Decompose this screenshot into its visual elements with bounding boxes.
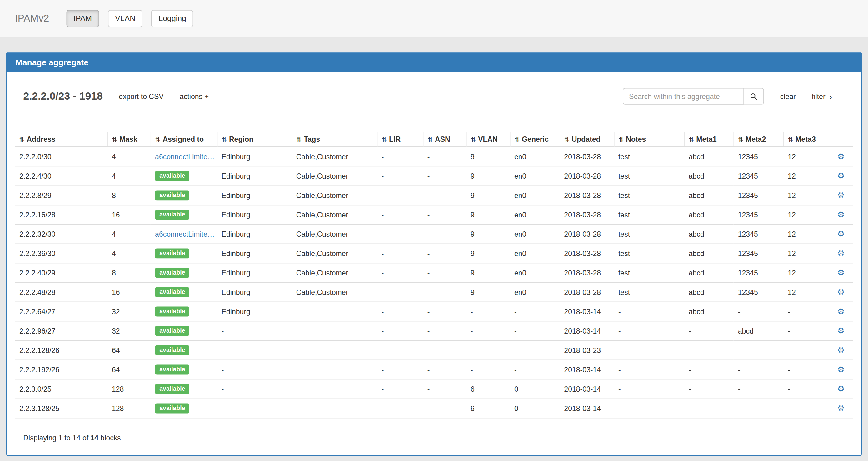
table-row: 2.2.2.128/26 64 available - - - - - 2018… xyxy=(15,340,853,360)
column-header-generic[interactable]: ⇅Generic xyxy=(510,132,560,146)
assigned-link[interactable]: a6connectLimite… xyxy=(155,153,215,161)
gear-icon[interactable]: ⚙ xyxy=(837,171,844,181)
footer-prefix: Displaying 1 to 14 of xyxy=(23,434,88,442)
footer-suffix: blocks xyxy=(101,434,121,442)
cell-asn: - xyxy=(423,360,466,379)
available-badge: available xyxy=(155,268,190,278)
cell-generic: - xyxy=(510,360,560,379)
column-header-tags[interactable]: ⇅Tags xyxy=(292,132,377,146)
clear-link[interactable]: clear xyxy=(780,92,796,101)
cell-lir: - xyxy=(377,263,423,282)
gear-icon[interactable]: ⚙ xyxy=(837,365,844,375)
cell-meta2: 12345 xyxy=(733,243,783,263)
column-header-meta2[interactable]: ⇅Meta2 xyxy=(733,132,783,146)
cell-meta1: - xyxy=(684,379,734,398)
cell-assigned: available xyxy=(151,379,217,398)
cell-tags xyxy=(292,379,377,398)
gear-icon[interactable]: ⚙ xyxy=(837,326,844,336)
cell-meta2: - xyxy=(733,398,783,418)
table-footer: Displaying 1 to 14 of 14 blocks xyxy=(23,434,853,442)
column-header-meta1[interactable]: ⇅Meta1 xyxy=(684,132,734,146)
gear-icon[interactable]: ⚙ xyxy=(837,345,844,356)
cell-assigned: available xyxy=(151,282,217,302)
gear-icon[interactable]: ⚙ xyxy=(837,248,844,258)
table-row: 2.2.2.32/30 4 a6connectLimite… Edinburg … xyxy=(15,224,853,243)
cell-meta1: abcd xyxy=(684,186,734,205)
export-csv-link[interactable]: export to CSV xyxy=(119,92,163,101)
cell-lir: - xyxy=(377,302,423,321)
gear-icon[interactable]: ⚙ xyxy=(837,152,844,162)
cell-vlan: 9 xyxy=(466,186,510,205)
nav-tab-vlan[interactable]: VLAN xyxy=(108,10,143,27)
cell-address: 2.2.2.128/26 xyxy=(15,340,107,360)
column-header-address[interactable]: ⇅Address xyxy=(15,132,107,146)
column-header-mask[interactable]: ⇅Mask xyxy=(107,132,151,146)
cell-lir: - xyxy=(377,224,423,243)
cell-mask: 64 xyxy=(107,340,151,360)
column-header-notes[interactable]: ⇅Notes xyxy=(614,132,684,146)
cell-mask: 64 xyxy=(107,360,151,379)
cell-updated: 2018-03-28 xyxy=(560,243,614,263)
cell-tags: Cable,Customer xyxy=(292,146,377,166)
cell-asn: - xyxy=(423,243,466,263)
gear-icon[interactable]: ⚙ xyxy=(837,229,844,239)
cell-updated: 2018-03-28 xyxy=(560,166,614,186)
column-header-updated[interactable]: ⇅Updated xyxy=(560,132,614,146)
gear-icon[interactable]: ⚙ xyxy=(837,268,844,278)
column-header-assigned-to[interactable]: ⇅Assigned to xyxy=(151,132,217,146)
cell-meta1: abcd xyxy=(684,243,734,263)
column-header-lir[interactable]: ⇅LIR xyxy=(377,132,423,146)
cell-mask: 4 xyxy=(107,224,151,243)
cell-generic: en0 xyxy=(510,166,560,186)
column-header-region[interactable]: ⇅Region xyxy=(217,132,291,146)
available-badge: available xyxy=(155,190,190,200)
cell-meta3: - xyxy=(783,398,829,418)
nav-tab-ipam[interactable]: IPAM xyxy=(66,10,99,27)
cell-vlan: - xyxy=(466,321,510,340)
app-brand: IPAMv2 xyxy=(15,13,49,24)
column-header-vlan[interactable]: ⇅VLAN xyxy=(466,132,510,146)
gear-icon[interactable]: ⚙ xyxy=(837,209,844,220)
cell-asn: - xyxy=(423,398,466,418)
cell-assigned: available xyxy=(151,263,217,282)
cell-address: 2.2.2.192/26 xyxy=(15,360,107,379)
cell-tags xyxy=(292,321,377,340)
cell-region: Edinburg xyxy=(217,263,291,282)
cell-mask: 128 xyxy=(107,379,151,398)
assigned-link[interactable]: a6connectLimite… xyxy=(155,230,215,238)
cell-mask: 8 xyxy=(107,186,151,205)
cell-vlan: - xyxy=(466,360,510,379)
gear-icon[interactable]: ⚙ xyxy=(837,384,844,394)
cell-meta2: 12345 xyxy=(733,224,783,243)
cell-meta1: abcd xyxy=(684,224,734,243)
cell-meta3: 12 xyxy=(783,263,829,282)
sort-icon: ⇅ xyxy=(112,136,117,143)
filter-link[interactable]: filter› xyxy=(812,92,832,101)
cell-assigned: available xyxy=(151,360,217,379)
cell-tags: Cable,Customer xyxy=(292,263,377,282)
gear-icon[interactable]: ⚙ xyxy=(837,403,844,414)
gear-icon[interactable]: ⚙ xyxy=(837,190,844,200)
column-header-asn[interactable]: ⇅ASN xyxy=(423,132,466,146)
table-row: 2.2.2.36/30 4 available Edinburg Cable,C… xyxy=(15,243,853,263)
cell-meta2: - xyxy=(733,360,783,379)
column-header-meta3[interactable]: ⇅Meta3 xyxy=(783,132,829,146)
nav-tab-logging[interactable]: Logging xyxy=(151,10,193,27)
available-badge: available xyxy=(155,209,190,220)
cell-meta1: - xyxy=(684,398,734,418)
search-input[interactable] xyxy=(623,88,744,105)
gear-icon[interactable]: ⚙ xyxy=(837,287,844,297)
gear-icon[interactable]: ⚙ xyxy=(837,307,844,317)
cell-asn: - xyxy=(423,205,466,224)
sort-icon: ⇅ xyxy=(19,136,24,143)
cell-lir: - xyxy=(377,340,423,360)
cell-meta2: 12345 xyxy=(733,186,783,205)
cell-asn: - xyxy=(423,321,466,340)
cell-actions: ⚙ xyxy=(829,360,853,379)
available-badge: available xyxy=(155,326,190,336)
search-button[interactable] xyxy=(744,88,764,105)
cell-mask: 32 xyxy=(107,302,151,321)
cell-vlan: - xyxy=(466,340,510,360)
cell-meta2: - xyxy=(733,340,783,360)
actions-menu-link[interactable]: actions + xyxy=(180,92,209,101)
